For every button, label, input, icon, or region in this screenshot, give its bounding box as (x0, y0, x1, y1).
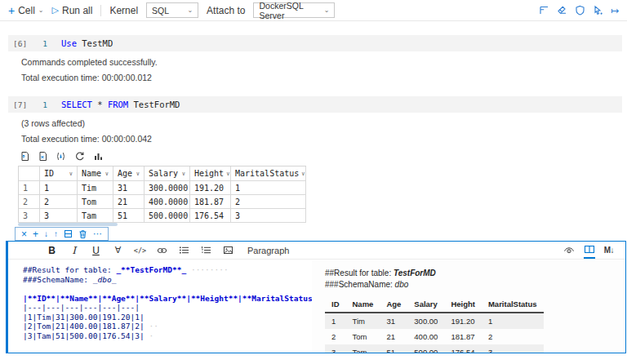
grid-column-header[interactable]: MaritalStatus∨ (231, 166, 306, 181)
code-cell-7[interactable]: [7] 1 SELECT * FROM TestForMD (8, 96, 622, 113)
grid-column-header[interactable]: Salary∨ (145, 166, 190, 181)
grid-column-header[interactable]: Height∨ (190, 166, 231, 181)
markdown-source-line[interactable] (23, 284, 312, 294)
underline-button[interactable]: U (85, 242, 107, 259)
resize-icon[interactable]: ↦ (611, 6, 619, 16)
move-down-icon[interactable]: ↓ (44, 230, 48, 238)
attach-to-value: DockerSQL Server (259, 1, 323, 20)
grid-cell[interactable]: 300.0000 (145, 181, 190, 195)
save-as-json-icon[interactable] (56, 151, 66, 162)
move-up-icon[interactable]: ↑ (54, 230, 58, 238)
kernel-select[interactable]: SQL ⌄ (146, 2, 198, 18)
chevron-down-icon: ⌄ (324, 7, 330, 14)
markdown-source-line[interactable]: |---|---|---|---|---|---| (23, 303, 312, 313)
filter-chevron-icon[interactable]: ∨ (182, 171, 185, 177)
output-message: Commands completed successfully. (21, 57, 158, 67)
trusted-shield-icon[interactable] (575, 5, 585, 16)
grid-header-row: ID∨Name∨Age∨Salary∨Height∨MaritalStatus∨ (19, 166, 306, 181)
code-cell-6[interactable]: [6] 1 Use TestMD (8, 35, 622, 51)
preview-cell: 2 (482, 329, 544, 344)
code-line[interactable]: SELECT * FROM TestForMD (61, 100, 180, 109)
insert-image-icon[interactable] (217, 242, 239, 259)
grid-row-number[interactable]: 3 (19, 209, 40, 223)
insert-link-icon[interactable] (151, 242, 173, 259)
grid-cell[interactable]: 176.54 (190, 209, 231, 223)
save-as-excel-icon[interactable] (38, 151, 47, 162)
execution-count: [7] (13, 100, 36, 109)
grid-cell[interactable]: 400.0000 (145, 195, 190, 209)
grid-row-number[interactable]: 2 (19, 195, 40, 209)
pointer-run-icon[interactable] (593, 5, 603, 16)
markdown-source-line[interactable]: ##Result for table: _**TestForMD**_ ····… (23, 265, 312, 275)
filter-chevron-icon[interactable]: ∨ (226, 171, 229, 177)
column-label: Age (118, 169, 132, 178)
markdown-source-line[interactable]: |**ID**|**Name**|**Age**|**Salary**|**He… (23, 294, 312, 304)
add-cell-icon[interactable]: + (33, 229, 38, 239)
filter-chevron-icon[interactable]: ∨ (69, 171, 73, 177)
grid-cell[interactable]: 3 (231, 209, 306, 223)
grid-column-header[interactable]: Name∨ (78, 166, 113, 181)
markdown-source-pane[interactable]: ##Result for table: _**TestForMD**_ ····… (8, 260, 312, 353)
grid-horizontal-scrollbar[interactable] (18, 223, 118, 226)
grid-cell[interactable]: 2 (231, 195, 306, 209)
preview-title: ##Result for table: TestForMD (325, 268, 625, 279)
code-icon[interactable]: </> (129, 242, 151, 259)
grid-cell[interactable]: 1 (40, 181, 78, 195)
grid-cell[interactable]: Tim (78, 181, 113, 195)
attach-to-select[interactable]: DockerSQL Server ⌄ (253, 2, 335, 18)
highlight-icon[interactable]: ∀ (107, 242, 129, 259)
run-all-button[interactable]: ▷ Run all (52, 5, 93, 16)
markdown-token: ·· (145, 322, 158, 331)
filter-chevron-icon[interactable]: ∨ (301, 171, 305, 177)
markdown-source-line[interactable]: |2|Tom|21|400.00|181.87|2| ·· (23, 322, 312, 331)
save-as-csv-icon[interactable] (20, 151, 29, 162)
trash-icon[interactable] (78, 229, 87, 239)
bullet-list-icon[interactable] (173, 242, 195, 259)
grid-column-header[interactable]: ID∨ (40, 166, 78, 181)
grid-cell[interactable]: 1 (231, 181, 306, 195)
grid-cell[interactable]: Tam (78, 209, 113, 223)
more-actions-icon[interactable]: ⋯ (93, 229, 102, 238)
grid-row-number[interactable]: 1 (19, 181, 40, 195)
close-cell-icon[interactable]: × (21, 229, 27, 239)
preview-cell: 3 (325, 344, 346, 353)
collapse-cells-icon[interactable] (539, 5, 549, 16)
add-cell-button[interactable]: + Cell ⌄ (8, 5, 44, 16)
preview-cell: 21 (380, 329, 407, 344)
save-as-xml-icon[interactable] (74, 151, 85, 162)
split-view-icon[interactable] (584, 242, 595, 259)
markdown-view-icon[interactable]: M↓ (604, 242, 614, 259)
kernel-value: SQL (152, 6, 169, 16)
grid-cell[interactable]: 3 (40, 209, 78, 223)
preview-row: 3Tam51500.00176.543 (325, 344, 544, 353)
rich-text-view-icon[interactable] (563, 242, 575, 259)
grid-cell[interactable]: 21 (113, 195, 145, 209)
grid-cell[interactable]: 51 (113, 209, 145, 223)
grid-column-header[interactable]: Age∨ (113, 166, 145, 181)
grid-cell[interactable]: 2 (40, 195, 78, 209)
italic-button[interactable]: I (63, 242, 85, 259)
grid-corner-cell[interactable] (19, 166, 40, 181)
filter-chevron-icon[interactable]: ∨ (105, 171, 109, 177)
code-line[interactable]: Use TestMD (61, 38, 113, 48)
clear-results-icon[interactable] (557, 5, 567, 16)
paragraph-style-dropdown[interactable]: Paragraph (247, 246, 289, 255)
filter-chevron-icon[interactable]: ∨ (136, 171, 140, 177)
numbered-list-icon[interactable] (195, 242, 217, 259)
markdown-source-line[interactable]: ###SchemaName: _dbo_ (23, 275, 312, 285)
grid-cell[interactable]: Tom (78, 195, 113, 209)
grid-cell[interactable]: 31 (113, 181, 145, 195)
grid-cell[interactable]: 500.0000 (145, 209, 190, 223)
markdown-source-line[interactable]: |3|Tam|51|500.00|176.54|3| · (23, 331, 312, 341)
toolbar-right-icons: ↦ (539, 5, 619, 16)
preview-cell: Tim (346, 313, 380, 329)
preview-cell: 181.87 (444, 329, 482, 344)
bold-button[interactable]: B (41, 242, 63, 259)
show-chart-icon[interactable] (93, 151, 104, 162)
grid-cell[interactable]: 181.87 (190, 195, 231, 209)
grid-cell[interactable]: 191.20 (190, 181, 231, 195)
markdown-source-line[interactable]: |1|Tim|31|300.00|191.20|1| (23, 313, 312, 322)
split-cell-icon[interactable] (64, 229, 73, 238)
line-number: 1 (36, 100, 47, 109)
code-token: * (92, 100, 108, 109)
